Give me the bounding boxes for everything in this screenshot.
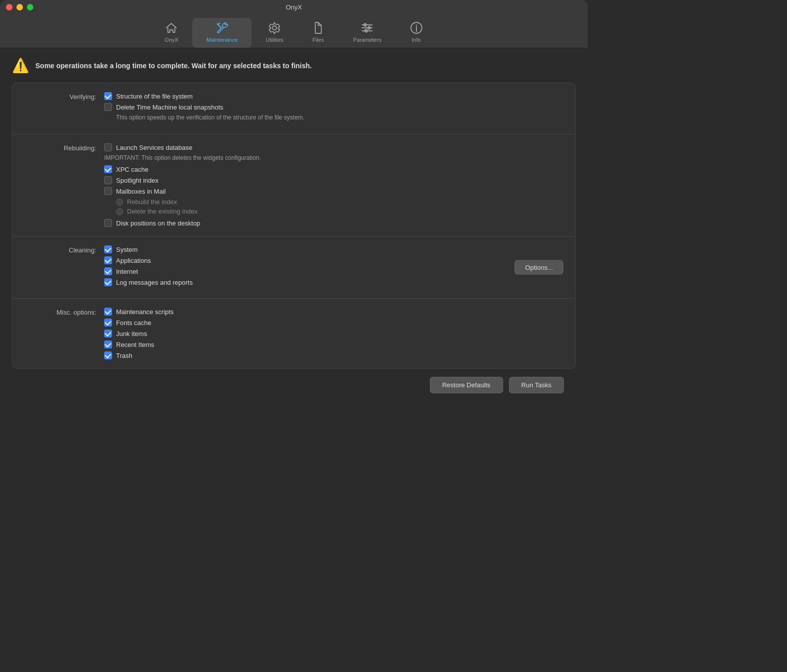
tab-info[interactable]: Info	[395, 18, 437, 48]
cb-label-disk-positions: Disk positions on the desktop	[116, 220, 200, 227]
gear-icon	[267, 21, 281, 35]
cb-internet[interactable]	[104, 267, 112, 275]
radio-row-delete-existing-index: Delete the existing index	[104, 208, 563, 215]
cb-label-recent-items: Recent Items	[116, 341, 154, 348]
cb-junk-items[interactable]	[104, 330, 112, 337]
cb-label-launch-services: Launch Services database	[116, 144, 192, 151]
cb-spotlight-index[interactable]	[104, 176, 112, 184]
cb-delete-time-machine[interactable]	[104, 103, 112, 111]
restore-defaults-button[interactable]: Restore Defaults	[430, 377, 503, 393]
svg-point-11	[415, 24, 416, 25]
svg-point-2	[272, 26, 276, 30]
cb-row-delete-time-machine: Delete Time Machine local snapshots	[104, 103, 563, 111]
radio-label-delete-existing-index: Delete the existing index	[127, 208, 198, 215]
rebuilding-content: Launch Services database IMPORTANT: This…	[104, 143, 563, 227]
rebuilding-important: IMPORTANT: This option deletes the widge…	[104, 154, 563, 161]
radio-delete-existing-index[interactable]	[116, 208, 123, 215]
radio-rebuild-index[interactable]	[116, 199, 123, 206]
cb-applications[interactable]	[104, 256, 112, 264]
close-button[interactable]	[6, 4, 12, 10]
cleaning-content: System Applications Internet Log message…	[104, 245, 563, 289]
warning-banner: ⚠️ Some operations take a long time to c…	[12, 57, 576, 74]
cb-label-junk-items: Junk items	[116, 330, 147, 337]
section-verifying: Verifying: Structure of the file system …	[12, 83, 575, 134]
cb-row-recent-items: Recent Items	[104, 340, 563, 348]
home-icon	[164, 21, 178, 35]
cb-row-xpc-cache: XPC cache	[104, 165, 563, 173]
cb-log-messages[interactable]	[104, 278, 112, 286]
radio-row-rebuild-index: Rebuild the index	[104, 198, 563, 206]
cb-label-xpc-cache: XPC cache	[116, 166, 148, 173]
traffic-lights	[6, 4, 33, 10]
tab-parameters[interactable]: Parameters	[339, 18, 395, 48]
cb-label-spotlight-index: Spotlight index	[116, 177, 158, 184]
svg-line-1	[218, 23, 220, 24]
cb-row-fonts-cache: Fonts cache	[104, 319, 563, 327]
cb-disk-positions[interactable]	[104, 219, 112, 227]
cb-maintenance-scripts[interactable]	[104, 308, 112, 316]
options-button[interactable]: Options...	[515, 260, 563, 275]
tab-maintenance-label: Maintenance	[206, 37, 238, 43]
cb-row-log-messages: Log messages and reports	[104, 278, 563, 286]
toolbar: OnyX Maintenance Utilities Files	[0, 14, 588, 48]
tab-onyx-label: OnyX	[165, 37, 179, 43]
cb-mailboxes-in-mail[interactable]	[104, 187, 112, 195]
run-tasks-button[interactable]: Run Tasks	[509, 377, 564, 393]
maximize-button[interactable]	[27, 4, 33, 10]
tab-utilities-label: Utilities	[265, 37, 283, 43]
cb-recent-items[interactable]	[104, 340, 112, 348]
cb-label-system: System	[116, 246, 137, 253]
maintenance-icon	[215, 21, 229, 35]
cb-row-applications: Applications	[104, 256, 563, 264]
window-title: OnyX	[286, 3, 302, 11]
tab-utilities[interactable]: Utilities	[252, 18, 297, 48]
cb-system[interactable]	[104, 245, 112, 253]
warning-icon: ⚠️	[12, 57, 29, 74]
cb-label-log-messages: Log messages and reports	[116, 279, 193, 286]
section-rebuilding: Rebuilding: Launch Services database IMP…	[12, 134, 575, 236]
content-box: Verifying: Structure of the file system …	[12, 83, 576, 369]
tab-onyx[interactable]: OnyX	[150, 18, 192, 48]
cb-label-maintenance-scripts: Maintenance scripts	[116, 308, 174, 316]
cleaning-label: Cleaning:	[24, 245, 104, 289]
cb-structure-fs[interactable]	[104, 92, 112, 100]
info-icon	[409, 21, 423, 35]
cb-fonts-cache[interactable]	[104, 319, 112, 327]
tab-parameters-label: Parameters	[353, 37, 382, 43]
cb-launch-services[interactable]	[104, 143, 112, 151]
svg-line-0	[217, 24, 221, 27]
cb-row-launch-services: Launch Services database	[104, 143, 563, 151]
cb-label-mailboxes-in-mail: Mailboxes in Mail	[116, 188, 166, 195]
section-misc: Misc. options: Maintenance scripts Fonts…	[12, 299, 575, 368]
radio-label-rebuild-index: Rebuild the index	[127, 198, 177, 206]
tab-info-label: Info	[411, 37, 420, 43]
rebuilding-label: Rebuilding:	[24, 143, 104, 227]
cb-label-structure-fs: Structure of the file system	[116, 93, 193, 100]
title-bar: OnyX	[0, 0, 588, 14]
tab-files[interactable]: Files	[297, 18, 339, 48]
tab-files-label: Files	[312, 37, 324, 43]
cb-xpc-cache[interactable]	[104, 165, 112, 173]
verifying-hint: This option speeds up the verification o…	[104, 114, 563, 121]
tab-maintenance[interactable]: Maintenance	[192, 18, 252, 48]
cb-row-trash: Trash	[104, 351, 563, 359]
cb-label-applications: Applications	[116, 257, 151, 264]
cb-label-internet: Internet	[116, 268, 138, 275]
cb-trash[interactable]	[104, 351, 112, 359]
cb-row-system: System	[104, 245, 563, 253]
cb-row-mailboxes-in-mail: Mailboxes in Mail	[104, 187, 563, 195]
minimize-button[interactable]	[16, 4, 23, 10]
cb-row-junk-items: Junk items	[104, 330, 563, 337]
cb-row-disk-positions: Disk positions on the desktop	[104, 219, 563, 227]
verifying-content: Structure of the file system Delete Time…	[104, 92, 563, 125]
misc-content: Maintenance scripts Fonts cache Junk ite…	[104, 308, 563, 359]
cb-row-spotlight-index: Spotlight index	[104, 176, 563, 184]
cb-label-fonts-cache: Fonts cache	[116, 319, 151, 327]
main-content: ⚠️ Some operations take a long time to c…	[0, 48, 588, 410]
cb-row-structure-fs: Structure of the file system	[104, 92, 563, 100]
cb-label-trash: Trash	[116, 352, 132, 359]
section-cleaning: Cleaning: System Applications Internet L…	[12, 236, 575, 299]
cb-label-delete-time-machine: Delete Time Machine local snapshots	[116, 104, 223, 111]
bottom-bar: Restore Defaults Run Tasks	[12, 369, 576, 401]
cb-row-internet: Internet	[104, 267, 563, 275]
